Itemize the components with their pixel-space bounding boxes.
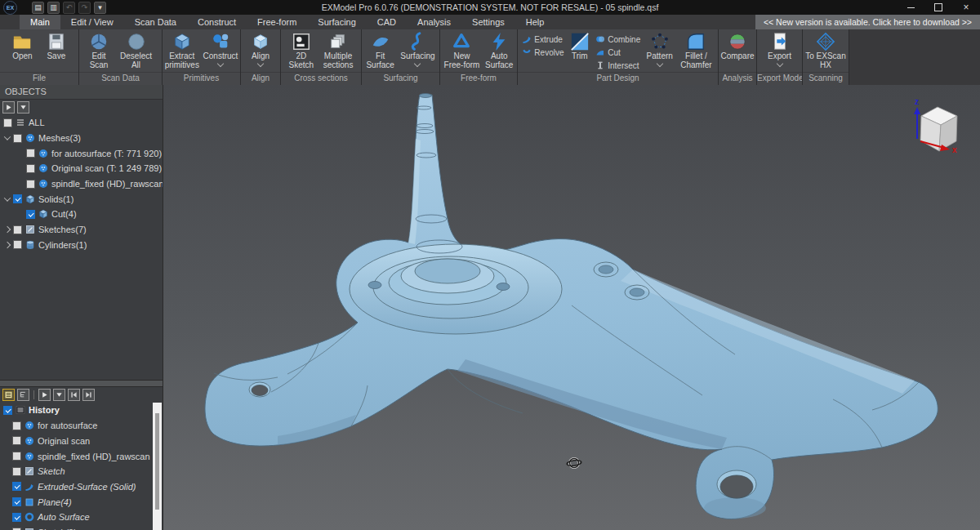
visibility-checkbox[interactable]	[13, 134, 22, 143]
tab-free-form[interactable]: Free-form	[247, 15, 307, 29]
visibility-checkbox[interactable]	[26, 210, 35, 219]
skip-end-button[interactable]	[82, 389, 95, 401]
ribbon-button-extrude[interactable]: Extrude	[522, 33, 564, 45]
qat-more-icon[interactable]: ▾	[94, 2, 106, 14]
visibility-checkbox[interactable]	[3, 118, 12, 127]
chevron-right-icon[interactable]	[4, 242, 11, 248]
tab-help[interactable]: Help	[515, 15, 555, 29]
ribbon-button-export[interactable]: Export	[766, 31, 793, 67]
tab-construct[interactable]: Construct	[187, 15, 247, 29]
objects-item-solids-1[interactable]: Solids(1)	[0, 191, 163, 207]
redo-icon[interactable]: ↷	[78, 2, 91, 14]
ribbon-button-2d-sketch[interactable]: 2D Sketch	[287, 31, 316, 70]
undo-icon[interactable]: ↶	[63, 2, 75, 14]
ribbon-group-name: Align	[241, 72, 280, 85]
history-item-auto-surface[interactable]: Auto Surface	[0, 510, 151, 525]
ribbon-button-auto-surface[interactable]: Auto Surface	[483, 31, 514, 70]
tree-view-button[interactable]	[17, 389, 29, 401]
objects-item-cylinders-1[interactable]: Cylinders(1)	[0, 238, 163, 253]
visibility-checkbox[interactable]	[12, 452, 21, 461]
button-icon-wrap	[408, 32, 427, 51]
ribbon-button-new-free-form[interactable]: New Free-form	[443, 31, 482, 70]
ribbon-button-align[interactable]: Align	[249, 31, 272, 67]
ribbon-button-open[interactable]: Open	[11, 31, 33, 61]
tab-edit-view[interactable]: Edit / View	[60, 15, 124, 29]
visibility-checkbox[interactable]	[12, 482, 21, 491]
ribbon-button-revolve[interactable]: Revolve	[522, 47, 564, 58]
visibility-checkbox[interactable]	[12, 467, 21, 476]
visibility-checkbox[interactable]	[3, 406, 12, 415]
ribbon-button-intersect[interactable]: Intersect	[595, 60, 640, 71]
history-item-plane-4[interactable]: Plane(4)	[0, 494, 151, 510]
ribbon-button-to-exscan-hx[interactable]: To EXScan HX	[804, 31, 847, 70]
visibility-checkbox[interactable]	[13, 240, 22, 249]
list-view-button[interactable]	[2, 389, 15, 401]
objects-item-all[interactable]: ALL	[0, 115, 163, 131]
ribbon-button-combine[interactable]: Combine	[595, 33, 640, 45]
filter-down-button[interactable]	[53, 389, 65, 401]
history-item-history[interactable]: History	[0, 403, 151, 418]
chevron-down-icon[interactable]	[4, 133, 11, 140]
history-item-original-scan[interactable]: Original scan	[0, 433, 151, 448]
history-item-sketch-2[interactable]: Sketch(2)	[0, 525, 151, 530]
visibility-checkbox[interactable]	[26, 180, 35, 189]
tab-scan-data[interactable]: Scan Data	[124, 15, 187, 29]
tab-analysis[interactable]: Analysis	[407, 15, 461, 29]
visibility-checkbox[interactable]	[26, 164, 35, 173]
filter-down-button[interactable]	[17, 101, 29, 114]
ribbon-button-cut[interactable]: Cut	[595, 47, 640, 58]
ribbon-button-edit-scan[interactable]: Edit Scan	[87, 31, 110, 70]
history-item-for-autosurface[interactable]: for autosurface	[0, 418, 151, 434]
tab-surfacing[interactable]: Surfacing	[307, 15, 366, 29]
history-item-sketch[interactable]: Sketch	[0, 464, 151, 479]
visibility-checkbox[interactable]	[12, 421, 21, 430]
ribbon-button-multiple-sections[interactable]: Multiple sections	[322, 31, 355, 70]
visibility-checkbox[interactable]	[12, 513, 21, 522]
restore-button[interactable]	[924, 0, 952, 15]
history-scrollbar[interactable]	[153, 403, 162, 530]
objects-item-meshes-3[interactable]: Meshes(3)	[0, 131, 163, 146]
chevron-down-icon[interactable]	[4, 194, 11, 201]
chevron-right-icon[interactable]	[4, 226, 11, 233]
minimize-button[interactable]	[897, 0, 924, 15]
qat-saveas-icon[interactable]: ▥	[47, 2, 60, 14]
close-button[interactable]: ×	[952, 0, 980, 15]
history-scrollbar-thumb[interactable]	[155, 413, 159, 510]
history-icon	[16, 405, 25, 415]
panel-splitter[interactable]	[0, 380, 163, 387]
visibility-checkbox[interactable]	[12, 436, 21, 445]
tree-item-label: spindle_fixed (HD)_rawscan - Copy	[38, 452, 151, 461]
objects-item-for-autosurface-t-771-920[interactable]: for autosurface (T: 771 920)	[0, 145, 163, 161]
ribbon-button-surfacing[interactable]: Surfacing	[399, 31, 436, 67]
history-item-extruded-surface-solid[interactable]: Extruded-Surface (Solid)	[0, 479, 151, 495]
expand-play-button[interactable]	[2, 101, 15, 114]
ribbon-button-trim[interactable]: Trim	[568, 31, 591, 61]
visibility-checkbox[interactable]	[12, 497, 21, 506]
history-item-spindle-fixed-hd-rawscan-copy[interactable]: spindle_fixed (HD)_rawscan - Copy	[0, 448, 151, 464]
ribbon-button-fillet-chamfer[interactable]: Fillet / Chamfer	[679, 31, 713, 70]
visibility-checkbox[interactable]	[13, 194, 22, 203]
objects-item-spindle-fixed-hd-rawscan-copy[interactable]: spindle_fixed (HD)_rawscan - Copy	[0, 176, 163, 192]
viewport-3d[interactable]: z x	[163, 85, 980, 530]
tab-main[interactable]: Main	[20, 15, 60, 29]
ribbon-button-extract-primitives[interactable]: Extract primitives	[163, 31, 201, 70]
ribbon-button-pattern[interactable]: Pattern	[645, 31, 675, 67]
visibility-checkbox[interactable]	[13, 225, 22, 234]
ribbon-button-deselect-all[interactable]: Deselect All	[118, 31, 154, 70]
update-notification-link[interactable]: << New version is available. Click here …	[755, 15, 980, 29]
objects-item-original-scan-t-1-249-789[interactable]: Original scan (T: 1 249 789)	[0, 161, 163, 176]
app-logo-icon[interactable]: EX	[3, 1, 17, 15]
tab-settings[interactable]: Settings	[461, 15, 515, 29]
objects-item-sketches-7[interactable]: Sketches(7)	[0, 222, 163, 238]
ribbon-button-save[interactable]: Save	[45, 31, 68, 61]
ribbon-button-construct[interactable]: Construct	[202, 31, 240, 67]
skip-start-button[interactable]	[68, 389, 80, 401]
orientation-cube[interactable]: z x	[914, 97, 957, 154]
expand-play-button[interactable]	[38, 389, 51, 401]
objects-item-cut-4[interactable]: Cut(4)	[0, 207, 163, 222]
tab-cad[interactable]: CAD	[367, 15, 407, 29]
ribbon-button-compare[interactable]: Compare	[719, 31, 755, 61]
visibility-checkbox[interactable]	[26, 149, 35, 158]
qat-save-icon[interactable]: ▤	[32, 2, 44, 14]
ribbon-button-fit-surface[interactable]: Fit Surface	[364, 31, 395, 70]
